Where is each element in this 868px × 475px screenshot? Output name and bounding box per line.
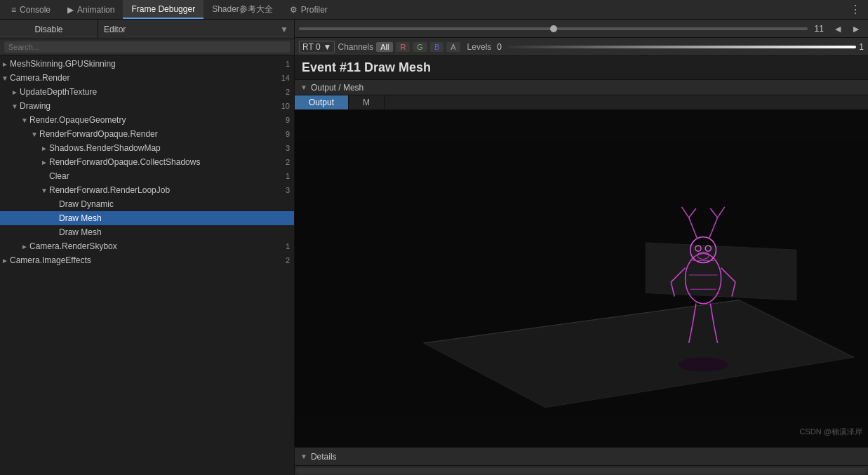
details-bar[interactable]: ▼ Details — [295, 447, 868, 465]
tree-arrow-icon: ▼ — [39, 187, 49, 194]
tree-item[interactable]: ► RenderForwardOpaque.CollectShadows 2 — [0, 155, 294, 169]
right-panel: RT 0 ▼ Channels All R G B A Levels 0 1 E… — [295, 38, 868, 475]
tree-item-label: RenderForwardOpaque.Render — [39, 129, 283, 139]
tree-item-count: 2 — [286, 88, 290, 96]
tree-arrow-icon: ▼ — [20, 116, 29, 124]
tree-item-label: UpdateDepthTexture — [20, 87, 283, 97]
event-header: Event #11 Draw Mesh — [295, 56, 868, 80]
console-icon: ≡ — [11, 5, 16, 15]
tree-arrow-icon: ► — [10, 88, 20, 96]
tree-item[interactable]: ► Camera.ImageEffects 2 — [0, 253, 294, 267]
left-toolbar: Disable Editor ▼ — [0, 20, 294, 39]
tree-item-count: 10 — [281, 102, 290, 110]
profiler-icon: ⚙ — [290, 5, 298, 15]
animation-icon: ▶ — [67, 5, 74, 15]
tree-arrow-icon: ► — [20, 243, 29, 250]
section-collapse-icon: ▼ — [300, 83, 307, 91]
details-collapse-icon: ▼ — [300, 453, 307, 460]
watermark: CSDN @楠溪泽岸 — [800, 427, 862, 437]
output-section-header[interactable]: ▼ Output / Mesh — [295, 80, 868, 95]
viewport: CSDN @楠溪泽岸 — [295, 110, 868, 447]
svg-point-27 — [678, 357, 728, 371]
tree-item-label: Draw Mesh — [59, 227, 287, 237]
tab-frame-debugger[interactable]: Frame Debugger — [123, 0, 203, 19]
tree-item-label: RenderForward.RenderLoopJob — [49, 185, 283, 195]
tree-item-count: 9 — [286, 116, 290, 124]
output-tab-m[interactable]: M — [349, 95, 385, 109]
frame-slider-bar: 11 ◄ ► — [295, 20, 868, 38]
tab-bar: ≡ Console ▶ Animation Frame Debugger Sha… — [0, 0, 868, 20]
tree-item-count: 1 — [286, 172, 290, 180]
frame-number: 11 — [810, 24, 827, 34]
chevron-down-icon: ▼ — [280, 25, 288, 34]
output-tab-output[interactable]: Output — [295, 95, 349, 109]
tree-item-label: Camera.RenderSkybox — [29, 241, 283, 251]
tree-arrow-icon: ▼ — [10, 102, 20, 110]
tree-item-label: Shadows.RenderShadowMap — [49, 143, 283, 153]
tree-arrow-icon: ► — [0, 257, 10, 265]
tree-arrow-icon: ▼ — [0, 74, 10, 82]
tree-arrow-icon: ▼ — [29, 131, 39, 138]
tree-item-count: 3 — [286, 144, 290, 152]
tree-item[interactable]: ▼ RenderForwardOpaque.Render 9 — [0, 127, 294, 141]
tree-item[interactable]: ▼ Camera.Render 14 — [0, 71, 294, 85]
tree-item-count: 3 — [286, 186, 290, 194]
bottom-scrollbar[interactable] — [295, 465, 868, 475]
tree-item-count: 2 — [286, 256, 290, 265]
main-layout: Disable Editor ▼ ► MeshSkinning.GPUSkinn… — [0, 20, 868, 475]
tree-item[interactable]: Draw Mesh — [0, 225, 294, 239]
tree-item-label: Camera.Render — [10, 73, 279, 83]
tree-item-label: Camera.ImageEffects — [10, 255, 283, 265]
channel-b-button[interactable]: B — [430, 42, 443, 52]
tree-item[interactable]: ► Shadows.RenderShadowMap 3 — [0, 141, 294, 155]
tree-arrow-icon: ► — [39, 159, 49, 166]
tab-profiler[interactable]: ⚙ Profiler — [281, 0, 336, 19]
tree-item-label: Drawing — [20, 101, 279, 111]
channel-toolbar: RT 0 ▼ Channels All R G B A Levels 0 1 — [295, 38, 868, 56]
tree-item-count: 14 — [281, 74, 290, 82]
tab-menu-button[interactable]: ⋮ — [846, 3, 865, 16]
tree-item[interactable]: Draw Mesh — [0, 211, 294, 225]
rt-chevron-icon: ▼ — [323, 42, 332, 52]
tree-item[interactable]: ▼ RenderForward.RenderLoopJob 3 — [0, 183, 294, 197]
disable-button[interactable]: Disable — [0, 20, 98, 39]
left-panel: Disable Editor ▼ ► MeshSkinning.GPUSkinn… — [0, 20, 295, 475]
tree-item-label: RenderForwardOpaque.CollectShadows — [49, 157, 283, 167]
tree-item-count: 1 — [286, 60, 290, 68]
tree-item-label: Clear — [49, 171, 283, 181]
tab-animation[interactable]: ▶ Animation — [59, 0, 123, 19]
tree-item[interactable]: Draw Dynamic — [0, 197, 294, 211]
prev-frame-button[interactable]: ◄ — [830, 23, 846, 34]
tree-item-label: Draw Dynamic — [59, 199, 287, 209]
tree-item[interactable]: ▼ Drawing 10 — [0, 99, 294, 113]
tree-item[interactable]: ► Camera.RenderSkybox 1 — [0, 239, 294, 253]
tree-arrow-icon: ► — [0, 60, 10, 68]
channel-r-button[interactable]: R — [396, 42, 410, 52]
next-frame-button[interactable]: ► — [848, 23, 864, 34]
output-tabs: Output M — [295, 95, 868, 110]
tree-item-label: MeshSkinning.GPUSkinning — [10, 59, 283, 69]
tree-item-label: Draw Mesh — [59, 213, 287, 223]
tree-item[interactable]: ▼ Render.OpaqueGeometry 9 — [0, 113, 294, 127]
tab-shader[interactable]: Shader参考大全 — [203, 0, 281, 19]
tree-item[interactable]: ► UpdateDepthTexture 2 — [0, 85, 294, 99]
tree-item[interactable]: ► MeshSkinning.GPUSkinning 1 — [0, 57, 294, 71]
tree-item-count: 1 — [286, 242, 290, 250]
tree-arrow-icon: ► — [39, 145, 49, 152]
tree-item-count: 9 — [286, 130, 290, 138]
search-bar — [0, 39, 294, 55]
tree-item-label: Render.OpaqueGeometry — [29, 115, 283, 125]
tree-item-count: 2 — [286, 158, 290, 166]
svg-marker-4 — [646, 243, 796, 300]
search-input[interactable] — [4, 41, 290, 53]
tab-console[interactable]: ≡ Console — [3, 0, 59, 19]
levels-slider[interactable] — [507, 46, 856, 48]
frame-slider[interactable] — [299, 27, 808, 30]
channel-all-button[interactable]: All — [376, 42, 393, 52]
editor-dropdown[interactable]: Editor ▼ — [98, 20, 294, 39]
rt-dropdown[interactable]: RT 0 ▼ — [299, 41, 335, 53]
tree-item[interactable]: Clear 1 — [0, 169, 294, 183]
channel-g-button[interactable]: G — [413, 42, 427, 52]
scroll-track[interactable] — [296, 468, 867, 474]
channel-a-button[interactable]: A — [446, 42, 460, 52]
